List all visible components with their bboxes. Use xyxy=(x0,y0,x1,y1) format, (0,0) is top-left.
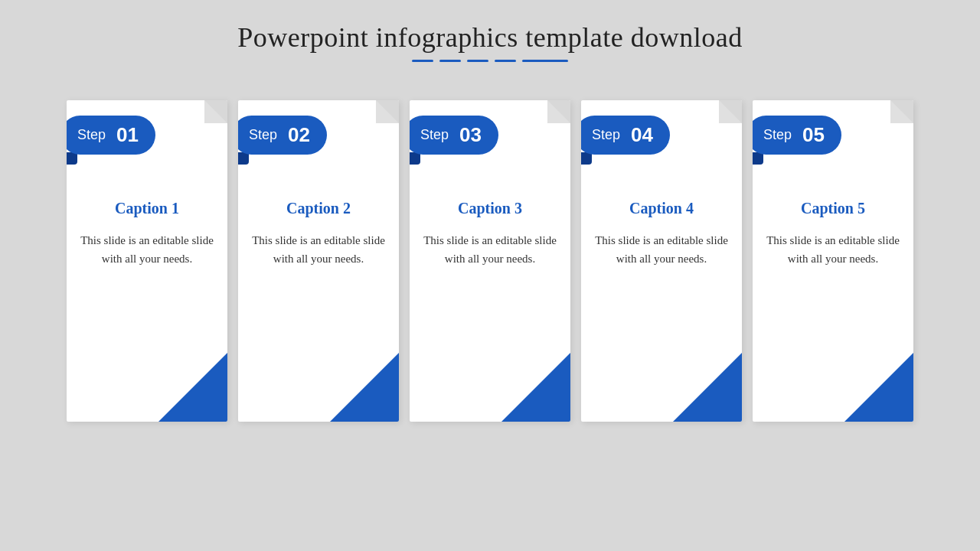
caption-title-3: Caption 3 xyxy=(458,200,522,217)
page-title: Powerpoint infographics template downloa… xyxy=(237,21,742,54)
fold-corner-2 xyxy=(376,100,399,123)
caption-text-2: This slide is an editable slide with all… xyxy=(252,231,385,268)
corner-triangle-5 xyxy=(844,353,913,422)
fold-corner-3 xyxy=(547,100,570,123)
step-badge-4: Step 04 xyxy=(581,116,670,155)
step-number-3: 03 xyxy=(459,123,482,147)
card-step-5: Step 05 Caption 5 This slide is an edita… xyxy=(753,100,913,422)
caption-title-4: Caption 4 xyxy=(629,200,694,217)
caption-title-2: Caption 2 xyxy=(286,200,351,217)
step-number-5: 05 xyxy=(802,123,825,147)
fold-corner-5 xyxy=(890,100,913,123)
step-number-1: 01 xyxy=(116,123,139,147)
card-step-1: Step 01 Caption 1 This slide is an edita… xyxy=(67,100,227,422)
step-badge-2: Step 02 xyxy=(238,116,327,155)
step-label-4: Step xyxy=(592,127,620,143)
divider-seg-4 xyxy=(495,60,516,62)
caption-text-3: This slide is an editable slide with all… xyxy=(423,231,557,268)
header-divider xyxy=(237,60,742,62)
fold-corner-4 xyxy=(719,100,742,123)
step-badge-1: Step 01 xyxy=(67,116,155,155)
caption-text-1: This slide is an editable slide with all… xyxy=(80,231,214,268)
step-label-5: Step xyxy=(763,127,792,143)
card-step-2: Step 02 Caption 2 This slide is an edita… xyxy=(238,100,399,422)
step-number-4: 04 xyxy=(631,123,653,147)
page-header: Powerpoint infographics template downloa… xyxy=(237,0,742,62)
fold-corner-1 xyxy=(204,100,227,123)
step-label-3: Step xyxy=(420,127,449,143)
corner-triangle-4 xyxy=(673,353,742,422)
step-label-1: Step xyxy=(77,127,106,143)
card-step-4: Step 04 Caption 4 This slide is an edita… xyxy=(581,100,742,422)
divider-seg-5 xyxy=(522,60,568,62)
divider-seg-3 xyxy=(467,60,488,62)
caption-text-5: This slide is an editable slide with all… xyxy=(766,231,900,268)
corner-triangle-3 xyxy=(501,353,570,422)
corner-triangle-1 xyxy=(158,353,227,422)
caption-title-5: Caption 5 xyxy=(801,200,865,217)
caption-text-4: This slide is an editable slide with all… xyxy=(595,231,728,268)
cards-container: Step 01 Caption 1 This slide is an edita… xyxy=(44,77,936,422)
step-number-2: 02 xyxy=(288,123,310,147)
step-badge-3: Step 03 xyxy=(410,116,498,155)
step-label-2: Step xyxy=(249,127,277,143)
divider-seg-1 xyxy=(412,60,433,62)
step-badge-5: Step 05 xyxy=(753,116,841,155)
divider-seg-2 xyxy=(439,60,461,62)
card-step-3: Step 03 Caption 3 This slide is an edita… xyxy=(410,100,570,422)
caption-title-1: Caption 1 xyxy=(115,200,179,217)
corner-triangle-2 xyxy=(330,353,399,422)
